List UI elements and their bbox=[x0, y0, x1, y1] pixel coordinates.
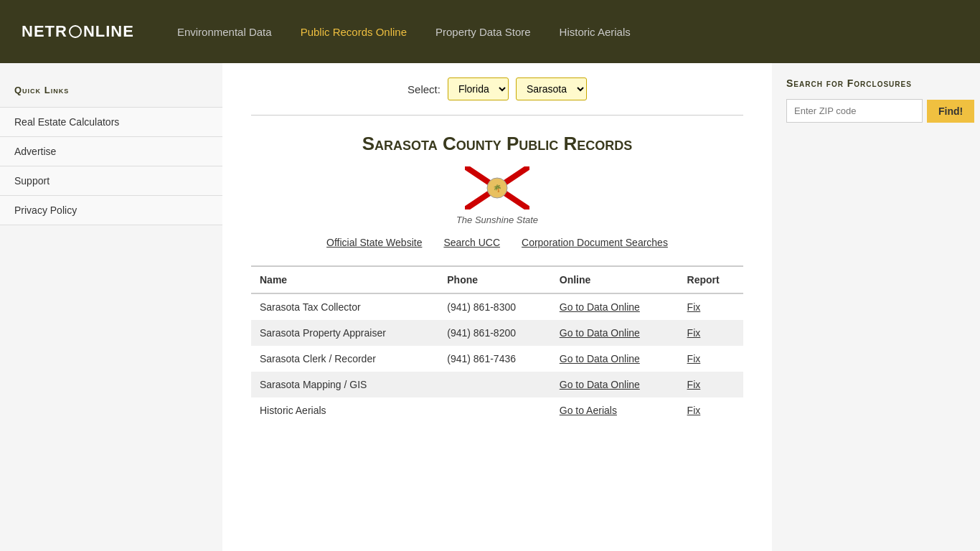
foreclosure-heading: Search for Forclosures bbox=[786, 77, 966, 89]
table-body: Sarasota Tax Collector(941) 861-8300Go t… bbox=[251, 293, 743, 423]
table-row: Sarasota Mapping / GISGo to Data OnlineF… bbox=[251, 372, 743, 397]
col-phone: Phone bbox=[438, 266, 551, 293]
main-wrapper: Quick Links Real Estate Calculators Adve… bbox=[0, 63, 980, 551]
online-link[interactable]: Go to Data Online bbox=[560, 327, 640, 339]
cell-name: Sarasota Property Appraiser bbox=[251, 320, 438, 346]
state-county-selector: Select: Florida Sarasota bbox=[251, 77, 743, 100]
col-name: Name bbox=[251, 266, 438, 293]
select-label: Select: bbox=[407, 83, 440, 95]
cell-report: Fix bbox=[679, 293, 743, 320]
quick-links-heading: Quick Links bbox=[0, 77, 222, 107]
online-link[interactable]: Go to Aerials bbox=[560, 405, 617, 416]
report-link[interactable]: Fix bbox=[687, 379, 701, 390]
globe-icon bbox=[69, 25, 82, 38]
online-link[interactable]: Go to Data Online bbox=[560, 301, 640, 313]
cell-online: Go to Aerials bbox=[551, 397, 679, 423]
cell-name: Historic Aerials bbox=[251, 397, 438, 423]
report-link[interactable]: Fix bbox=[687, 353, 701, 364]
right-sidebar: Search for Forclosures Find! bbox=[772, 63, 980, 551]
main-nav: Environmental Data Public Records Online… bbox=[177, 26, 631, 38]
cell-online: Go to Data Online bbox=[551, 320, 679, 346]
flag-area: 🌴 The Sunshine State bbox=[251, 166, 743, 225]
nav-historic-aerials[interactable]: Historic Aerials bbox=[560, 26, 631, 38]
cell-name: Sarasota Mapping / GIS bbox=[251, 372, 438, 397]
foreclosure-search-box: Search for Forclosures Find! bbox=[786, 77, 966, 123]
report-link[interactable]: Fix bbox=[687, 327, 701, 339]
table-row: Sarasota Clerk / Recorder(941) 861-7436G… bbox=[251, 346, 743, 372]
sidebar-item-support[interactable]: Support bbox=[0, 166, 222, 195]
flag-caption: The Sunshine State bbox=[251, 215, 743, 225]
cell-online: Go to Data Online bbox=[551, 372, 679, 397]
report-link[interactable]: Fix bbox=[687, 301, 701, 313]
cell-phone: (941) 861-7436 bbox=[438, 346, 551, 372]
find-button[interactable]: Find! bbox=[927, 100, 974, 123]
nav-environmental-data[interactable]: Environmental Data bbox=[177, 26, 272, 38]
left-sidebar: Quick Links Real Estate Calculators Adve… bbox=[0, 63, 222, 551]
state-select[interactable]: Florida bbox=[448, 77, 509, 100]
cell-name: Sarasota Clerk / Recorder bbox=[251, 346, 438, 372]
col-report: Report bbox=[679, 266, 743, 293]
main-content: Select: Florida Sarasota Sarasota County… bbox=[222, 63, 772, 551]
report-link[interactable]: Fix bbox=[687, 405, 701, 416]
logo: NETRNLINE bbox=[22, 22, 134, 41]
cell-online: Go to Data Online bbox=[551, 293, 679, 320]
nav-public-records[interactable]: Public Records Online bbox=[301, 26, 407, 38]
cell-phone: (941) 861-8200 bbox=[438, 320, 551, 346]
online-link[interactable]: Go to Data Online bbox=[560, 379, 640, 390]
table-row: Sarasota Tax Collector(941) 861-8300Go t… bbox=[251, 293, 743, 320]
table-row: Historic AerialsGo to AerialsFix bbox=[251, 397, 743, 423]
col-online: Online bbox=[551, 266, 679, 293]
online-link[interactable]: Go to Data Online bbox=[560, 353, 640, 364]
cell-phone bbox=[438, 372, 551, 397]
cell-phone bbox=[438, 397, 551, 423]
nav-property-data[interactable]: Property Data Store bbox=[435, 26, 531, 38]
county-select[interactable]: Sarasota bbox=[516, 77, 587, 100]
state-links: Official State Website Search UCC Corpor… bbox=[251, 237, 743, 248]
official-state-link[interactable]: Official State Website bbox=[326, 237, 422, 248]
cell-report: Fix bbox=[679, 397, 743, 423]
corp-docs-link[interactable]: Corporation Document Searches bbox=[522, 237, 668, 248]
page-title: Sarasota County Public Records bbox=[251, 115, 743, 155]
zip-input[interactable] bbox=[786, 99, 923, 123]
search-ucc-link[interactable]: Search UCC bbox=[443, 237, 500, 248]
header: NETRNLINE Environmental Data Public Reco… bbox=[0, 0, 980, 63]
cell-report: Fix bbox=[679, 346, 743, 372]
table-header-row: Name Phone Online Report bbox=[251, 266, 743, 293]
cell-report: Fix bbox=[679, 372, 743, 397]
sidebar-item-real-estate[interactable]: Real Estate Calculators bbox=[0, 107, 222, 136]
florida-flag: 🌴 bbox=[465, 166, 529, 209]
cell-report: Fix bbox=[679, 320, 743, 346]
svg-text:🌴: 🌴 bbox=[493, 184, 502, 193]
zip-search-row: Find! bbox=[786, 99, 966, 123]
sidebar-item-advertise[interactable]: Advertise bbox=[0, 136, 222, 166]
sidebar-item-privacy[interactable]: Privacy Policy bbox=[0, 195, 222, 225]
cell-online: Go to Data Online bbox=[551, 346, 679, 372]
table-row: Sarasota Property Appraiser(941) 861-820… bbox=[251, 320, 743, 346]
cell-phone: (941) 861-8300 bbox=[438, 293, 551, 320]
records-table: Name Phone Online Report Sarasota Tax Co… bbox=[251, 265, 743, 423]
cell-name: Sarasota Tax Collector bbox=[251, 293, 438, 320]
